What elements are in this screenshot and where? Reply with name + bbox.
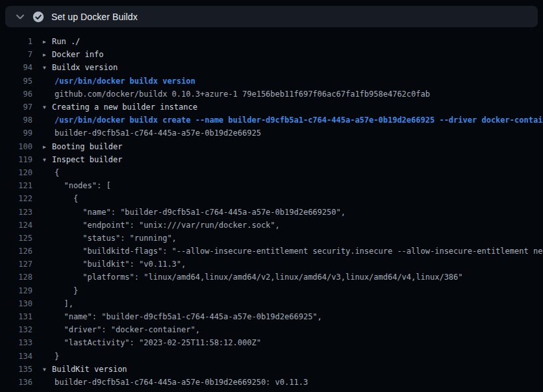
log-line: 123 "name": "builder-d9cfb5a1-c764-445a-… [0, 205, 543, 218]
log-line: 127 "buildkit": "v0.11.3", [0, 258, 543, 271]
log-line-number[interactable]: 129 [0, 286, 32, 295]
group-expanded-icon[interactable]: ▼ [43, 367, 52, 373]
log-line-number[interactable]: 130 [0, 299, 32, 308]
group-expanded-icon[interactable]: ▼ [43, 65, 52, 71]
log-group-title: Creating a new builder instance [52, 103, 197, 112]
log-line-text: builder-d9cfb5a1-c764-445a-a57e-0b19d2e6… [32, 378, 543, 387]
log-line-number[interactable]: 123 [0, 208, 32, 217]
log-group-title: BuildKit version [52, 365, 127, 374]
log-group-title: Booting builder [52, 142, 122, 151]
log-line-text: "endpoint": "unix:///var/run/docker.sock… [32, 221, 543, 230]
log-line-text: "status": "running", [32, 234, 543, 243]
log-line-text: "driver": "docker-container", [32, 325, 543, 334]
log-line-number[interactable]: 122 [0, 194, 32, 203]
log-line-number[interactable]: 96 [0, 90, 32, 99]
log-line-number[interactable]: 134 [0, 352, 32, 361]
log-line-number[interactable]: 94 [0, 63, 32, 72]
log-line-number[interactable]: 128 [0, 273, 32, 282]
log-line: 124 "endpoint": "unix:///var/run/docker.… [0, 219, 543, 232]
log-group-header[interactable]: ▼BuildKit version [32, 365, 543, 374]
log-line-number[interactable]: 125 [0, 234, 32, 243]
log-line-number[interactable]: 7 [0, 50, 32, 59]
log-line-number[interactable]: 100 [0, 142, 32, 151]
log-line: 100▶Booting builder [0, 140, 543, 153]
log-line-text: } [32, 286, 543, 295]
log-group-header[interactable]: ▶Booting builder [32, 142, 543, 151]
check-circle-icon [32, 11, 44, 23]
log-line-number[interactable]: 124 [0, 221, 32, 230]
group-collapsed-icon[interactable]: ▶ [43, 144, 52, 150]
step-header[interactable]: Set up Docker Buildx [5, 6, 538, 27]
log-group-header[interactable]: ▼Inspect builder [32, 155, 543, 164]
group-expanded-icon[interactable]: ▼ [43, 157, 52, 163]
group-expanded-icon[interactable]: ▼ [43, 104, 52, 110]
log-line: 128 "platforms": "linux/amd64,linux/amd6… [0, 271, 543, 284]
log-line-number[interactable]: 132 [0, 325, 32, 334]
actions-log-viewer: Set up Docker Buildx 1▶Run ./7▶Docker in… [0, 0, 543, 392]
log-output: 1▶Run ./7▶Docker info94▼Buildx version95… [0, 35, 543, 389]
log-line: 99builder-d9cfb5a1-c764-445a-a57e-0b19d2… [0, 127, 543, 140]
log-line: 126 "buildkitd-flags": "--allow-insecure… [0, 245, 543, 258]
log-line: 95/usr/bin/docker buildx version [0, 75, 543, 88]
log-line: 120{ [0, 166, 543, 179]
log-group-header[interactable]: ▶Run ./ [32, 37, 543, 46]
log-line: 136builder-d9cfb5a1-c764-445a-a57e-0b19d… [0, 376, 543, 389]
log-line-number[interactable]: 97 [0, 103, 32, 112]
log-line-number[interactable]: 95 [0, 77, 32, 86]
log-group-title: Buildx version [52, 63, 118, 72]
log-group-title: Docker info [52, 50, 103, 59]
log-line-text: github.com/docker/buildx 0.10.3+azure-1 … [32, 90, 543, 99]
log-group-header[interactable]: ▼Buildx version [32, 63, 543, 72]
chevron-down-icon [16, 14, 25, 20]
log-line-text: "name": "builder-d9cfb5a1-c764-445a-a57e… [32, 208, 543, 217]
log-line-number[interactable]: 1 [0, 37, 32, 46]
group-collapsed-icon[interactable]: ▶ [43, 52, 52, 58]
log-line-text: "buildkit": "v0.11.3", [32, 260, 543, 269]
log-line-number[interactable]: 126 [0, 247, 32, 256]
log-line: 97▼Creating a new builder instance [0, 101, 543, 114]
log-line: 122 { [0, 192, 543, 205]
log-line: 132 "driver": "docker-container", [0, 323, 543, 336]
log-line-number[interactable]: 135 [0, 365, 32, 374]
log-line-number[interactable]: 121 [0, 181, 32, 190]
log-line: 121 "nodes": [ [0, 179, 543, 192]
log-group-title: Run ./ [52, 37, 80, 46]
log-line: 133 "lastActivity": "2023-02-25T11:58:12… [0, 336, 543, 349]
log-line-text: } [32, 352, 543, 361]
log-line: 96github.com/docker/buildx 0.10.3+azure-… [0, 88, 543, 101]
log-line-text: /usr/bin/docker buildx create --name bui… [32, 116, 543, 125]
log-line: 135▼BuildKit version [0, 363, 543, 376]
log-line-number[interactable]: 120 [0, 168, 32, 177]
log-group-title: Inspect builder [52, 155, 122, 164]
group-collapsed-icon[interactable]: ▶ [43, 39, 52, 45]
log-line: 134} [0, 350, 543, 363]
log-line-text: "platforms": "linux/amd64,linux/amd64/v2… [32, 273, 543, 282]
log-line: 1▶Run ./ [0, 35, 543, 48]
log-line: 125 "status": "running", [0, 232, 543, 245]
log-line-text: "nodes": [ [32, 181, 543, 190]
log-line: 94▼Buildx version [0, 61, 543, 74]
log-line-number[interactable]: 131 [0, 312, 32, 321]
log-line: 98/usr/bin/docker buildx create --name b… [0, 114, 543, 127]
log-line-text: builder-d9cfb5a1-c764-445a-a57e-0b19d2e6… [32, 129, 543, 138]
log-line: 129 } [0, 284, 543, 297]
log-line-text: { [32, 168, 543, 177]
log-group-header[interactable]: ▶Docker info [32, 50, 543, 59]
step-title: Set up Docker Buildx [51, 12, 138, 22]
log-group-header[interactable]: ▼Creating a new builder instance [32, 103, 543, 112]
log-line-number[interactable]: 99 [0, 129, 32, 138]
log-line-number[interactable]: 98 [0, 116, 32, 125]
log-line-number[interactable]: 133 [0, 338, 32, 347]
log-line: 7▶Docker info [0, 48, 543, 61]
log-line-text: "buildkitd-flags": "--allow-insecure-ent… [32, 247, 543, 256]
log-line-text: /usr/bin/docker buildx version [32, 77, 543, 86]
log-line-text: "lastActivity": "2023-02-25T11:58:12.000… [32, 338, 543, 347]
log-line: 131 "name": "builder-d9cfb5a1-c764-445a-… [0, 310, 543, 323]
log-line-number[interactable]: 136 [0, 378, 32, 387]
collapse-step-button[interactable] [13, 10, 27, 24]
log-line-number[interactable]: 127 [0, 260, 32, 269]
log-line: 130 ], [0, 297, 543, 310]
log-line-text: { [32, 194, 543, 203]
log-line-text: "name": "builder-d9cfb5a1-c764-445a-a57e… [32, 312, 543, 321]
log-line-number[interactable]: 119 [0, 155, 32, 164]
